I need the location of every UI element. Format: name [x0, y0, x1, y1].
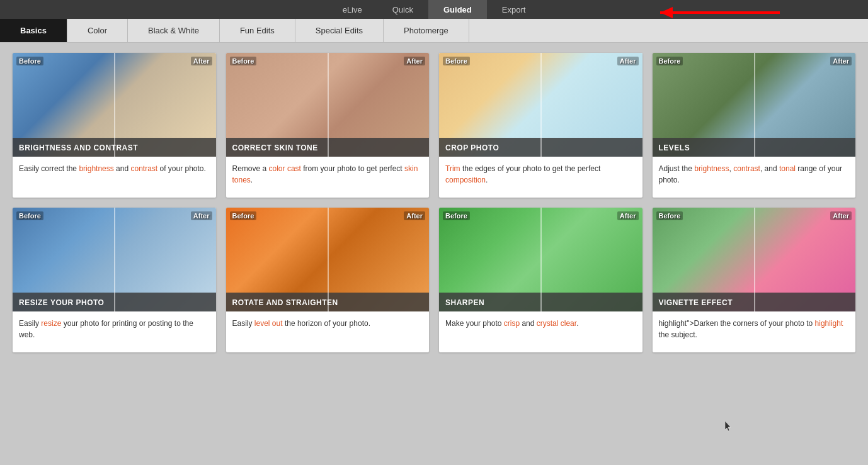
- card-brightness-contrast[interactable]: BeforeAfterBRIGHTNESS AND CONTRASTEasily…: [13, 53, 216, 198]
- card-correct-skin-tone[interactable]: BeforeAfterCORRECT SKIN TONERemove a col…: [226, 53, 430, 198]
- cards-grid: BeforeAfterBRIGHTNESS AND CONTRASTEasily…: [0, 43, 868, 362]
- tab-color[interactable]: Color: [67, 19, 128, 42]
- before-label: Before: [656, 57, 683, 65]
- before-label: Before: [230, 211, 257, 220]
- after-label: After: [404, 211, 425, 220]
- mouse-cursor: [725, 421, 733, 432]
- card-title-sharpen: SHARPEN: [445, 298, 484, 307]
- svg-marker-1: [660, 7, 673, 18]
- card-title-resize-photo: RESIZE YOUR PHOTO: [19, 298, 104, 307]
- card-crop-photo[interactable]: BeforeAfterCROP PHOTOTrim the edges of y…: [439, 53, 642, 198]
- nav-guided[interactable]: Guided: [428, 0, 487, 19]
- after-label: After: [830, 57, 852, 65]
- before-label: Before: [16, 57, 43, 65]
- card-sharpen[interactable]: BeforeAfterSHARPENMake your photo crisp …: [439, 208, 642, 352]
- before-label: Before: [656, 211, 683, 220]
- card-desc-levels: Adjust the brightness, contrast, and ton…: [653, 157, 856, 198]
- card-title-brightness-contrast: BRIGHTNESS AND CONTRAST: [19, 143, 138, 152]
- card-title-correct-skin-tone: CORRECT SKIN TONE: [232, 143, 318, 152]
- card-title-rotate-straighten: ROTATE AND STRAIGHTEN: [232, 298, 338, 307]
- before-label: Before: [230, 57, 257, 65]
- after-label: After: [191, 57, 212, 65]
- before-label: Before: [443, 57, 470, 65]
- card-vignette-effect[interactable]: BeforeAfterVIGNETTE EFFECThighlight">Dar…: [653, 208, 856, 352]
- card-desc-sharpen: Make your photo crisp and crystal clear.: [439, 311, 642, 352]
- before-label: Before: [443, 211, 470, 220]
- tab-fun-edits[interactable]: Fun Edits: [220, 19, 295, 42]
- after-label: After: [830, 211, 852, 220]
- card-desc-crop-photo: Trim the edges of your photo to get the …: [439, 157, 642, 198]
- top-nav: eLive Quick Guided Export: [0, 0, 868, 19]
- after-label: After: [617, 57, 639, 65]
- nav-elive[interactable]: eLive: [328, 0, 377, 19]
- card-title-levels: LEVELS: [659, 143, 690, 152]
- card-desc-resize-photo: Easily resize your photo for printing or…: [13, 311, 216, 352]
- card-desc-rotate-straighten: Easily level out the horizon of your pho…: [226, 311, 430, 352]
- tab-black-white[interactable]: Black & White: [128, 19, 220, 42]
- tab-special-edits[interactable]: Special Edits: [295, 19, 384, 42]
- tab-photomerge[interactable]: Photomerge: [384, 19, 469, 42]
- tab-bar: Basics Color Black & White Fun Edits Spe…: [0, 19, 868, 43]
- after-label: After: [191, 211, 212, 220]
- tab-basics[interactable]: Basics: [0, 19, 67, 42]
- nav-quick[interactable]: Quick: [377, 0, 428, 19]
- card-rotate-straighten[interactable]: BeforeAfterROTATE AND STRAIGHTENEasily l…: [226, 208, 430, 352]
- after-label: After: [617, 211, 639, 220]
- card-desc-brightness-contrast: Easily correct the brightness and contra…: [13, 157, 216, 198]
- card-resize-photo[interactable]: BeforeAfterRESIZE YOUR PHOTOEasily resiz…: [13, 208, 216, 352]
- card-desc-correct-skin-tone: Remove a color cast from your photo to g…: [226, 157, 430, 198]
- card-title-vignette-effect: VIGNETTE EFFECT: [659, 298, 733, 307]
- card-levels[interactable]: BeforeAfterLEVELSAdjust the brightness, …: [653, 53, 856, 198]
- after-label: After: [404, 57, 425, 65]
- red-arrow-annotation: [641, 3, 780, 22]
- card-title-crop-photo: CROP PHOTO: [445, 143, 499, 152]
- card-desc-vignette-effect: highlight">Darken the corners of your ph…: [653, 311, 856, 352]
- before-label: Before: [16, 211, 43, 220]
- nav-export[interactable]: Export: [487, 0, 541, 19]
